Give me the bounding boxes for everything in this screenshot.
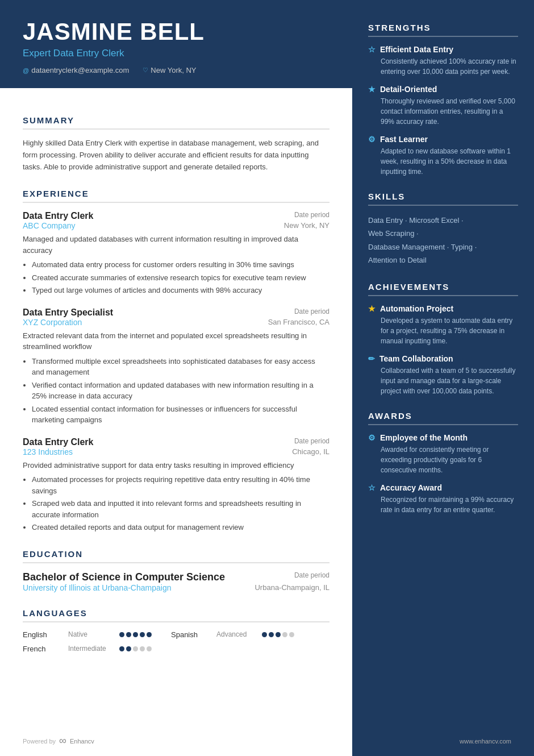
job-2-header: Data Entry Specialist Date period [23, 308, 329, 318]
languages-section: LANGUAGES English Native [23, 608, 329, 653]
lang-english-name: English [23, 630, 62, 639]
education-section: EDUCATION Bachelor of Science in Compute… [23, 549, 329, 592]
job-3-title: Data Entry Clerk [23, 437, 94, 447]
job-2-bullets: Transformed multiple excel spreadsheets … [23, 356, 329, 426]
job-3-bullet-3: Created detailed reports and data output… [32, 522, 329, 533]
email-icon: @ [23, 67, 29, 74]
strengths-divider [368, 36, 518, 37]
resume-container: JASMINE BELL Expert Data Entry Clerk @ d… [0, 0, 534, 756]
achievements-section: ACHIEVEMENTS ★ Automation Project Develo… [368, 282, 518, 396]
lang-french: French Intermediate [23, 645, 329, 653]
dot [140, 646, 145, 651]
skills-section: SKILLS Data Entry · Microsoft Excel · We… [368, 192, 518, 267]
education-title: EDUCATION [23, 549, 329, 559]
job-2: Data Entry Specialist Date period XYZ Co… [23, 308, 329, 426]
experience-divider [23, 202, 329, 203]
footer-brand: Powered by ∞ Enhancv [23, 735, 94, 747]
achievements-divider [368, 295, 518, 296]
strengths-title: STRENGTHS [368, 23, 518, 32]
dot [269, 632, 274, 637]
header-section: JASMINE BELL Expert Data Entry Clerk @ d… [0, 0, 352, 88]
summary-title: SUMMARY [23, 115, 329, 125]
awards-title: AWARDS [368, 411, 518, 421]
job-1-header: Data Entry Clerk Date period [23, 211, 329, 221]
job-3-bullets: Automated processes for projects requiri… [23, 474, 329, 533]
job-1-date: Date period [294, 211, 329, 219]
strength-3-header: ⚙ Fast Learner [368, 135, 518, 144]
job-2-company-row: XYZ Corporation San Francisco, CA [23, 318, 329, 327]
dot [147, 646, 152, 651]
job-3-company-row: 123 Industries Chicago, IL [23, 447, 329, 456]
lang-french-name: French [23, 645, 62, 653]
achievement-2-title: Team Collaboration [379, 354, 453, 363]
strength-1: ☆ Efficient Data Entry Consistently achi… [368, 45, 518, 77]
job-2-location: San Francisco, CA [268, 318, 329, 327]
candidate-title: Expert Data Entry Clerk [23, 48, 329, 59]
lang-french-level: Intermediate [68, 645, 114, 653]
dot [133, 646, 138, 651]
achievement-1-title: Automation Project [380, 304, 453, 313]
summary-section: SUMMARY Highly skilled Data Entry Clerk … [23, 115, 329, 173]
experience-section: EXPERIENCE Data Entry Clerk Date period … [23, 189, 329, 533]
award-2-desc: Recognized for maintaining a 99% accurac… [368, 495, 518, 515]
pencil-achievement-icon: ✏ [368, 354, 375, 363]
edu-school: University of Illinois at Urbana-Champai… [23, 583, 171, 592]
job-1-bullet-2: Created accurate summaries of extensive … [32, 272, 329, 284]
star-award-icon: ☆ [368, 483, 376, 492]
footer-website: www.enhancv.com [460, 738, 511, 745]
job-2-title: Data Entry Specialist [23, 308, 113, 318]
job-1-company: ABC Company [23, 221, 76, 230]
dot [119, 646, 124, 651]
achievement-1-desc: Developed a system to automate data entr… [368, 315, 518, 346]
job-1-bullets: Automated data entry process for custome… [23, 259, 329, 296]
location-icon: ♡ [143, 67, 148, 74]
strength-1-desc: Consistently achieved 100% accuracy rate… [368, 56, 518, 77]
left-main-content: SUMMARY Highly skilled Data Entry Clerk … [23, 88, 329, 653]
strength-2-title: Detail-Oriented [380, 85, 437, 94]
education-divider [23, 562, 329, 563]
edu-item-1-header: Bachelor of Science in Computer Science … [23, 571, 329, 583]
languages-title: LANGUAGES [23, 608, 329, 618]
award-2: ☆ Accuracy Award Recognized for maintain… [368, 483, 518, 515]
strengths-section: STRENGTHS ☆ Efficient Data Entry Consist… [368, 23, 518, 177]
enhancv-logo-icon: ∞ [59, 735, 66, 747]
job-2-desc: Extracted relevant data from the interne… [23, 330, 329, 352]
lang-spanish-level: Advanced [216, 630, 256, 638]
award-1-desc: Awarded for consistently meeting or exce… [368, 445, 518, 475]
lang-english-level: Native [68, 630, 114, 638]
awards-divider [368, 424, 518, 425]
job-1-bullet-3: Typed out large volumes of articles and … [32, 285, 329, 296]
languages-list: English Native Spanish Advanced [23, 630, 329, 653]
email-contact: @ dataentryclerk@example.com [23, 66, 129, 74]
languages-divider [23, 621, 329, 622]
dot [133, 632, 138, 637]
award-1-header: ⚙ Employee of the Month [368, 433, 518, 442]
job-3-desc: Provided administrative support for data… [23, 460, 329, 471]
edu-location: Urbana-Champaign, IL [255, 583, 329, 592]
lang-spanish-name: Spanish [171, 630, 211, 639]
experience-title: EXPERIENCE [23, 189, 329, 198]
location-contact: ♡ New York, NY [143, 66, 196, 74]
dot [147, 632, 152, 637]
edu-item-1: Bachelor of Science in Computer Science … [23, 571, 329, 592]
job-2-bullet-3: Located essential contact information fo… [32, 404, 329, 426]
star-icon-2: ★ [368, 85, 376, 94]
left-column: JASMINE BELL Expert Data Entry Clerk @ d… [0, 0, 352, 756]
job-1: Data Entry Clerk Date period ABC Company… [23, 211, 329, 296]
job-3-date: Date period [294, 437, 329, 445]
job-3-company: 123 Industries [23, 447, 73, 456]
job-3-bullet-1: Automated processes for projects requiri… [32, 474, 329, 496]
strength-1-header: ☆ Efficient Data Entry [368, 45, 518, 54]
job-2-bullet-2: Verified contact information and updated… [32, 380, 329, 402]
job-1-desc: Managed and updated databases with curre… [23, 234, 329, 256]
strength-3: ⚙ Fast Learner Adapted to new database s… [368, 135, 518, 177]
award-1-title: Employee of the Month [380, 433, 468, 442]
edu-date: Date period [294, 571, 329, 583]
award-2-title: Accuracy Award [380, 483, 442, 492]
job-1-location: New York, NY [284, 221, 329, 230]
achievement-2: ✏ Team Collaboration Collaborated with a… [368, 354, 518, 396]
dot [262, 632, 267, 637]
skills-list: Data Entry · Microsoft Excel · Web Scrap… [368, 214, 518, 267]
job-3-bullet-2: Scraped web data and inputted it into re… [32, 498, 329, 520]
star-achievement-icon: ★ [368, 304, 376, 313]
